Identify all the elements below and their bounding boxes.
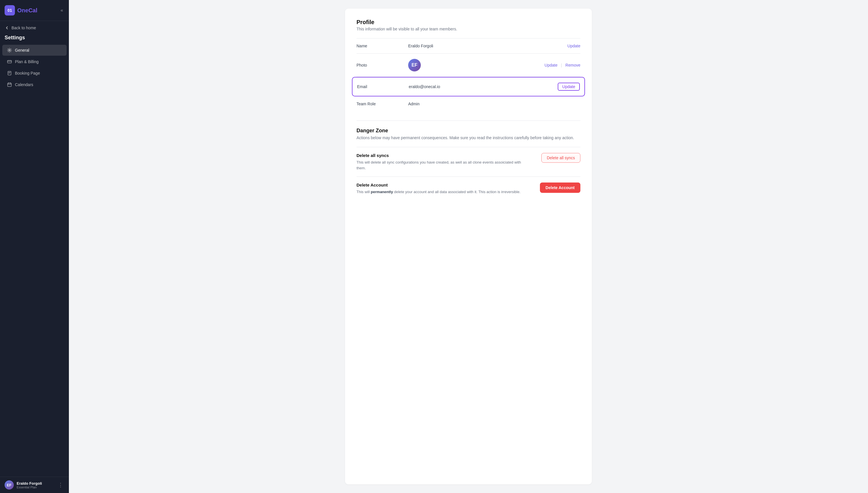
user-details: Eraldo Forgoli Essential Plan [17,481,42,489]
delete-syncs-button[interactable]: Delete all syncs [541,153,580,163]
delete-syncs-row: Delete all syncs This will delete all sy… [357,147,580,176]
sidebar-nav: General Plan & Billing Booking Page [0,44,69,91]
delete-account-info: Delete Account This will permanently del… [357,183,521,195]
profile-subtitle: This information will be visible to all … [357,27,580,31]
email-row-highlighted: Email eraldo@onecal.io Update [352,77,585,97]
user-plan: Essential Plan [17,486,42,489]
sidebar-header: 01 OneCal « [0,0,69,21]
name-row: Name Eraldo Forgoli Update [357,39,580,53]
profile-section: Profile This information will be visible… [357,19,580,111]
danger-zone-title: Danger Zone [357,128,580,134]
name-value: Eraldo Forgoli [408,44,568,48]
profile-photo: EF [408,59,421,71]
team-role-label: Team Role [357,102,408,106]
sidebar-item-general-label: General [15,48,29,52]
sidebar-item-booking-page[interactable]: Booking Page [2,68,67,79]
team-role-value: Admin [408,102,580,106]
sidebar-item-general[interactable]: General [2,45,67,56]
name-update-button[interactable]: Update [568,44,580,48]
card-icon [7,59,12,64]
sidebar-item-plan-billing[interactable]: Plan & Billing [2,56,67,67]
content-card: Profile This information will be visible… [345,8,592,485]
logo-text: OneCal [17,7,37,14]
photo-row: Photo EF Update | Remove [357,53,580,77]
logo-icon: 01 [5,5,15,16]
avatar-image: EF [5,480,14,490]
sidebar: 01 OneCal « Back to home Settings Genera… [0,0,69,493]
bookmark-icon [7,70,12,76]
settings-heading: Settings [0,33,69,44]
email-row: Email eraldo@onecal.io Update [357,78,580,96]
team-role-row: Team Role Admin [357,97,580,111]
delete-syncs-description: This will delete all sync configurations… [357,159,523,171]
user-name: Eraldo Forgoli [17,481,42,486]
email-actions: Update [558,83,580,91]
delete-account-description: This will permanently delete your accoun… [357,189,521,195]
name-actions: Update [568,44,580,48]
main-content: Profile This information will be visible… [69,0,868,493]
sidebar-footer: EF Eraldo Forgoli Essential Plan ⋮ [0,477,69,493]
svg-rect-1 [7,61,12,63]
photo-actions: Update | Remove [545,63,580,67]
sidebar-item-plan-billing-label: Plan & Billing [15,59,39,64]
email-value: eraldo@onecal.io [409,84,558,89]
delete-syncs-info: Delete all syncs This will delete all sy… [357,153,523,171]
delete-account-row: Delete Account This will permanently del… [357,176,580,200]
arrow-left-icon [5,25,9,30]
sidebar-item-booking-page-label: Booking Page [15,71,40,76]
danger-zone-description: Actions below may have permanent consequ… [357,135,580,140]
avatar: EF [5,480,14,490]
name-label: Name [357,44,408,48]
svg-point-0 [9,50,10,51]
delete-syncs-title: Delete all syncs [357,153,523,158]
sidebar-item-calendars-label: Calendars [15,82,33,87]
calendar-icon [7,82,12,87]
danger-zone-section: Danger Zone Actions below may have perma… [357,121,580,200]
profile-title: Profile [357,19,580,25]
photo-remove-button[interactable]: Remove [566,63,580,67]
delete-account-title: Delete Account [357,183,521,187]
logo-area: 01 OneCal [5,5,37,16]
back-to-home-link[interactable]: Back to home [0,21,69,33]
delete-account-button[interactable]: Delete Account [540,183,580,193]
email-update-button[interactable]: Update [558,83,580,91]
photo-label: Photo [357,63,408,67]
user-info: EF Eraldo Forgoli Essential Plan [5,480,42,490]
svg-rect-3 [8,83,12,87]
collapse-sidebar-button[interactable]: « [59,6,64,14]
gear-icon [7,48,12,53]
photo-value: EF [408,59,545,71]
sidebar-item-calendars[interactable]: Calendars [2,79,67,90]
photo-update-button[interactable]: Update [545,63,557,67]
user-more-button[interactable]: ⋮ [57,481,64,489]
email-label: Email [357,84,409,89]
